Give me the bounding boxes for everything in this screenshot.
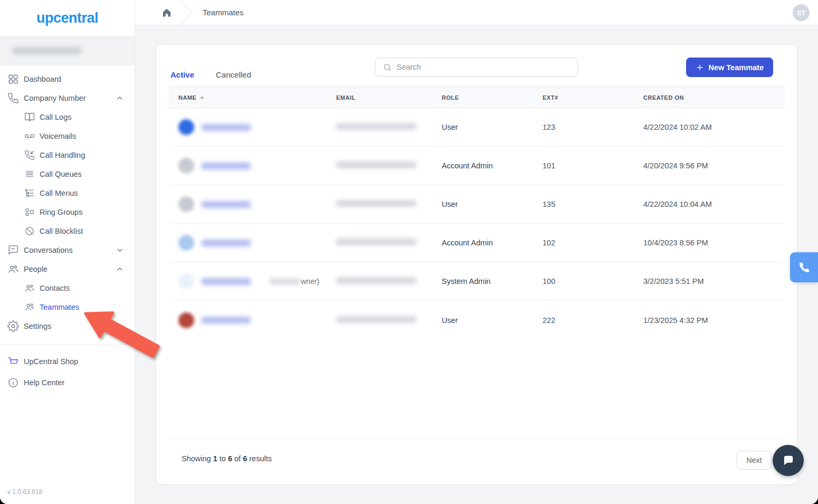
tabs: Active Cancelled — [170, 70, 251, 79]
teammate-name-redacted[interactable] — [202, 317, 251, 324]
chevron-down-icon — [116, 246, 124, 254]
table-row[interactable]: User1354/22/2024 10:04 AM — [169, 185, 785, 224]
plus-icon — [696, 63, 704, 72]
cell-email — [327, 123, 432, 131]
table-row[interactable]: User2221/23/2025 4:32 PM — [169, 301, 785, 339]
sidebar-item-label: Conversations — [24, 246, 116, 254]
column-header-name[interactable]: NAME — [169, 94, 327, 101]
teammate-name-redacted[interactable] — [202, 278, 251, 285]
cell-ext: 123 — [533, 123, 634, 131]
breadcrumb-separator — [179, 0, 193, 25]
teammate-name-redacted[interactable] — [202, 163, 251, 169]
contacts-icon — [24, 283, 35, 293]
cell-role: User — [432, 316, 533, 325]
cell-role: User — [432, 123, 533, 131]
column-header-ext[interactable]: EXT# — [533, 94, 634, 101]
sidebar-item-call-logs[interactable]: Call Logs — [0, 108, 135, 127]
sidebar-divider — [0, 344, 135, 345]
sidebar-item-call-queues[interactable]: Call Queues — [0, 165, 135, 184]
main-area: Teammates ST Active Cancelled — [135, 0, 818, 504]
cell-name — [169, 312, 327, 328]
column-header-email[interactable]: EMAIL — [327, 94, 432, 101]
sidebar-item-people[interactable]: People — [0, 260, 135, 279]
account-owner-tag: wner) — [270, 277, 319, 286]
teammates-icon — [24, 302, 35, 312]
teammate-avatar — [178, 158, 194, 174]
chevron-up-icon — [116, 94, 124, 102]
cell-created-on: 3/2/2023 5:51 PM — [634, 277, 785, 286]
cell-name — [169, 196, 327, 212]
sidebar-item-label: Contacts — [40, 284, 127, 292]
cell-email — [327, 316, 432, 325]
chat-widget-button[interactable] — [773, 445, 804, 476]
teammate-email-redacted — [336, 277, 416, 284]
breadcrumb-current: Teammates — [203, 8, 244, 17]
new-teammate-label: New Teammate — [709, 63, 764, 72]
user-avatar[interactable]: ST — [793, 4, 810, 21]
cell-name — [169, 235, 327, 251]
next-page-button[interactable]: Next — [737, 451, 772, 470]
teammate-email-redacted — [336, 200, 416, 207]
search-box — [375, 58, 578, 77]
sidebar-item-dashboard[interactable]: Dashboard — [0, 70, 135, 89]
cell-ext: 222 — [533, 316, 634, 325]
account-owner-tag-redacted — [270, 278, 300, 284]
tab-active[interactable]: Active — [170, 70, 194, 79]
teammate-email-redacted — [336, 161, 416, 168]
call-queues-icon — [24, 169, 35, 179]
table-row[interactable]: Account Admin1014/20/2024 9:56 PM — [169, 147, 785, 185]
table-row[interactable]: Account Admin10210/4/2023 8:56 PM — [169, 224, 785, 262]
sidebar-nav: DashboardCompany NumberCall LogsVoicemai… — [0, 65, 135, 393]
teammate-name-redacted[interactable] — [202, 201, 251, 208]
card-toolbar: Active Cancelled New Teammate — [156, 45, 797, 87]
cell-role: User — [432, 200, 533, 208]
sidebar-item-label: Call Blocklist — [40, 227, 127, 235]
sidebar-item-contacts[interactable]: Contacts — [0, 279, 135, 298]
app-version: v 1.0.63.818 — [7, 488, 42, 496]
sidebar-item-settings[interactable]: Settings — [0, 317, 135, 336]
cell-role: Account Admin — [432, 239, 533, 247]
home-icon[interactable] — [161, 7, 172, 18]
sidebar-item-upcentral-shop[interactable]: UpCentral Shop — [0, 351, 135, 372]
sidebar-item-label: Call Queues — [40, 170, 127, 178]
sidebar-item-conversations[interactable]: Conversations — [0, 241, 135, 260]
sidebar-item-voicemails[interactable]: Voicemails — [0, 127, 135, 146]
ring-groups-icon — [24, 207, 35, 217]
logo[interactable]: upcentral — [0, 0, 135, 36]
teammate-name-redacted[interactable] — [202, 124, 251, 131]
sidebar-item-label: Company Number — [24, 94, 116, 102]
sidebar-item-teammates[interactable]: Teammates — [0, 298, 135, 317]
sidebar-item-label: Call Menus — [40, 189, 127, 197]
search-input[interactable] — [397, 63, 578, 71]
sidebar-item-call-blocklist[interactable]: Call Blocklist — [0, 222, 135, 241]
sidebar-item-label: UpCentral Shop — [24, 357, 127, 366]
teammate-name-redacted[interactable] — [202, 240, 251, 246]
sidebar-item-call-menus[interactable]: Call Menus — [0, 184, 135, 203]
new-teammate-button[interactable]: New Teammate — [686, 58, 774, 77]
cell-name — [169, 158, 327, 174]
column-header-created-on[interactable]: CREATED ON — [634, 94, 785, 101]
sidebar-item-help-center[interactable]: Help Center — [0, 372, 135, 393]
tab-cancelled[interactable]: Cancelled — [216, 70, 251, 79]
column-header-role[interactable]: ROLE — [432, 94, 533, 101]
sidebar-item-company-number[interactable]: Company Number — [0, 89, 135, 108]
app-window: upcentral DashboardCompany NumberCall Lo… — [0, 0, 818, 504]
teammate-avatar — [178, 235, 194, 251]
search-icon — [383, 63, 392, 72]
sidebar-item-label: People — [24, 265, 116, 273]
company-selector[interactable] — [0, 36, 135, 65]
table-header: NAME EMAIL ROLE EXT# CREATED ON — [169, 87, 785, 108]
softphone-button[interactable] — [790, 252, 818, 282]
sidebar-item-label: Voicemails — [40, 132, 127, 140]
results-summary: Showing 1 to 6 of 6 results — [182, 454, 272, 463]
account-owner-tag-visible-text: wner) — [301, 277, 319, 286]
table-row[interactable]: wner)System Admin1003/2/2023 5:51 PM — [169, 262, 785, 301]
cell-email — [327, 200, 432, 208]
call-logs-icon — [24, 112, 35, 122]
table-row[interactable]: User1234/22/2024 10:02 AM — [169, 108, 785, 147]
cell-created-on: 4/22/2024 10:04 AM — [634, 200, 785, 208]
sidebar-item-call-handling[interactable]: Call Handling — [0, 146, 135, 165]
cell-created-on: 4/20/2024 9:56 PM — [634, 161, 785, 170]
sidebar-item-ring-groups[interactable]: Ring Groups — [0, 203, 135, 222]
call-blocklist-icon — [24, 226, 35, 236]
